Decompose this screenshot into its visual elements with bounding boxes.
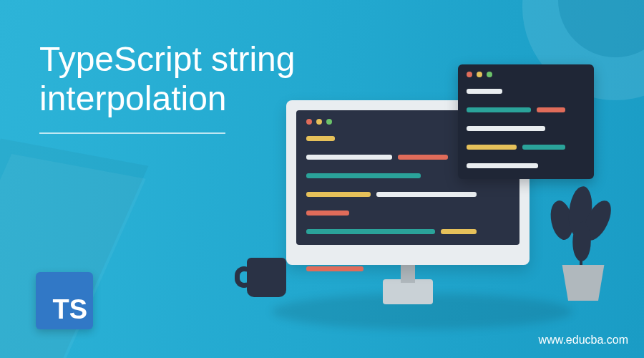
code-segment <box>376 192 477 197</box>
code-segment <box>467 163 538 168</box>
code-segment <box>306 248 399 253</box>
code-segment <box>306 229 435 234</box>
site-url: www.educba.com <box>539 334 628 347</box>
title-line-1: TypeScript string <box>39 40 295 78</box>
code-segment <box>467 126 545 131</box>
code-lines-floating <box>467 84 585 173</box>
code-segment <box>467 145 517 150</box>
code-segment <box>537 107 565 112</box>
code-segment <box>522 145 565 150</box>
title-underline <box>39 132 225 134</box>
window-controls-small <box>467 72 585 77</box>
monitor-stand <box>383 279 433 304</box>
code-segment <box>306 211 349 216</box>
close-icon <box>306 119 312 125</box>
page-title: TypeScript string interpolation <box>39 39 295 118</box>
title-line-2: interpolation <box>39 79 227 117</box>
close-icon <box>467 72 472 77</box>
code-segment <box>467 89 502 94</box>
code-editor-floating <box>458 64 594 179</box>
plant-pot <box>558 265 608 301</box>
code-segment <box>441 229 477 234</box>
maximize-icon <box>326 119 332 125</box>
minimize-icon <box>316 119 322 125</box>
code-segment <box>306 136 335 141</box>
coffee-mug-icon <box>247 258 286 297</box>
maximize-icon <box>487 72 492 77</box>
code-segment <box>398 155 448 160</box>
code-segment <box>306 173 421 178</box>
code-segment <box>467 107 531 112</box>
minimize-icon <box>477 72 482 77</box>
typescript-logo-label: TS <box>52 294 87 325</box>
typescript-logo: TS <box>36 272 93 329</box>
code-segment <box>306 192 371 197</box>
code-segment <box>306 155 392 160</box>
code-segment <box>306 266 364 271</box>
hero-banner: TypeScript string interpolation <box>0 0 644 358</box>
